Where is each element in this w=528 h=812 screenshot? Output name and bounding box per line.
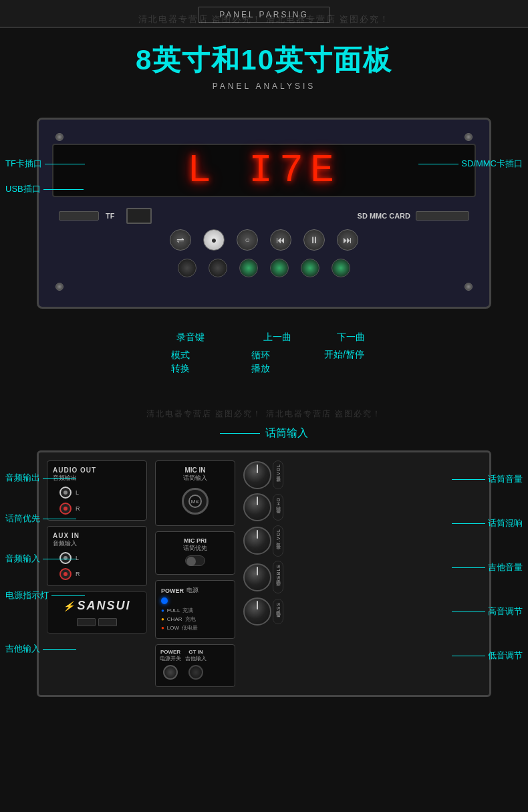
phys-btn-2[interactable] [209,259,227,277]
treble-strip: TREBLE 高音调节 [273,561,283,593]
mvol-knob[interactable] [243,461,271,489]
phys-btn-4[interactable] [270,259,289,277]
power-section: POWER 电源 ● FULL 充满 ● C [155,580,235,639]
full-cn: 充满 [182,607,193,614]
mic-in-cn: 话筒输入 [161,474,229,483]
echo-knob[interactable] [243,493,271,521]
mic-socket-inner: Mic [188,495,202,508]
xunhuan-label: 循环 播放 [217,349,304,375]
mic-pri-cn: 话筒优先 [161,544,229,553]
ctrl-labels-row1: 录音键 上一曲 下一曲 [0,322,528,346]
mvol-strip-text: M.VOL [276,464,281,482]
gt-in-cn: 吉他输入 [185,655,207,662]
kaishi-label: 开始/暂停 [304,349,384,375]
line-mic-reverb [452,523,485,524]
phys-btn-5[interactable] [301,259,319,277]
echo-knob-group: ECHO 话筒混响 [243,493,283,521]
screws-top [52,133,476,141]
screw-tl [55,133,63,141]
record-btn[interactable]: ● [203,229,225,251]
treble-row: TREBLE 高音调节 [243,561,481,593]
mic-pri-toggle [186,557,196,566]
led-display: L I7E [52,144,476,197]
ann-power-led: 电源指示灯 [5,579,85,612]
gt-in: GT IN 吉他输入 [185,649,207,682]
line-guitar-in [43,649,76,650]
loop-btn[interactable]: ○ [237,229,258,251]
screw-tr [465,133,473,141]
right-annotations: 话筒音量 话筒混响 吉他音量 高音调节 低音调节 [452,457,523,678]
treble-knob[interactable] [243,563,271,591]
line-power-led [51,595,85,596]
sd-label: SD MMC CARD [358,212,410,220]
amp-mid-col: MIC IN 话筒输入 Mic MIC PRI 话筒优先 [155,460,235,687]
next-btn[interactable]: ⏭ [337,229,358,251]
phys-btn-6[interactable] [332,259,350,277]
mic-arrow-line [220,433,260,434]
char-dot: ● [161,616,164,622]
ann-usb-line [43,189,84,190]
power-sw-cn: 电源开关 [160,655,181,662]
low-dot: ● [161,625,164,631]
prev-btn[interactable]: ⏮ [270,229,291,251]
power-cn: 电源 [186,586,199,595]
amp-right-col: M.VOL 话筒音量 ECHO 话筒混响 [243,460,481,687]
led-text: L I7E [187,148,341,193]
ctrl-labels-row2: 模式 转换 循环 播放 开始/暂停 [0,346,528,388]
ann-audio-out: 音频输出 [5,457,85,499]
ann-mic-reverb: 话筒混响 [452,501,523,545]
ann-guitar-in: 吉他输入 [5,632,85,666]
power-low-row: ● LOW 低电量 [161,624,229,632]
mode-btn[interactable]: ⇌ [170,229,191,251]
line-audio-out [43,478,76,479]
power-switch-btn[interactable] [163,665,178,680]
echo-strip: ECHO 话筒混响 [273,494,283,521]
page-subtitle: PANEL ANALYSIS [0,82,528,91]
bass-strip: BASS 低音调节 [273,599,283,625]
sd-slot [416,211,469,221]
buttons-row: ⇌ ● ○ ⏮ ⏸ ⏭ [52,229,476,251]
mic-pri-switch[interactable] [185,555,205,566]
line-mic-vol [452,479,485,480]
screw-br [465,283,473,291]
power-sw: POWER 电源开关 [160,649,181,682]
line-bass [452,656,485,656]
connector-2 [98,618,117,626]
ann-usb-port: USB插口 [5,183,85,195]
shangyiqu-label: 上一曲 [237,331,317,344]
mic-in-section: MIC IN 话筒输入 Mic [155,460,235,526]
play-btn[interactable]: ⏸ [303,229,325,251]
screws-bottom [52,283,476,291]
full-dot: ● [161,607,164,614]
ann-sd-line [418,164,458,164]
bass-knob[interactable] [243,597,271,626]
gtvol-strip: GT.VOL 吉他音量 [273,525,283,557]
mic-pri-section: MIC PRI 话筒优先 [155,531,235,575]
line-audio-in [43,559,76,559]
echo-row: ECHO 话筒混响 [243,493,481,521]
low-en: LOW [167,625,179,631]
physical-btns [52,256,476,283]
power-led-blue [161,597,168,604]
gtvol-knob[interactable] [243,527,271,555]
phys-btn-3[interactable] [239,259,258,277]
mic-text: Mic [190,496,201,508]
power-sw-en: POWER [160,649,181,655]
amp-section: 清北电器专营店 盗图必究！ 清北电器专营店 盗图必究！ 话筒输入 音频输出 话筒… [0,402,528,710]
xiayiqu-label: 下一曲 [317,331,384,344]
gtvol-strip-cn: 吉他音量 [275,551,281,553]
device-panel: L I7E TF SD MMC CARD ⇌ ● [37,118,491,309]
left-annotations: 音频输出 话筒优先 音频输入 电源指示灯 吉他输入 [5,457,85,666]
ann-tf-port: TF卡插口 [5,158,85,170]
mic-in-en: MIC IN [161,466,229,474]
phys-btn-1[interactable] [178,259,196,277]
top-banner: PANEL PARSING [0,0,528,28]
bass-strip-text: BASS [276,602,281,618]
treble-strip-text: TREBLE [276,564,281,586]
gtvol-row: GT.VOL 吉他音量 [243,525,481,557]
mvol-knob-group: M.VOL 话筒音量 [243,460,283,489]
ann-bass: 低音调节 [452,634,523,678]
power-en: POWER [161,587,184,594]
usb-port [126,208,152,224]
mic-socket: Mic [182,488,209,515]
